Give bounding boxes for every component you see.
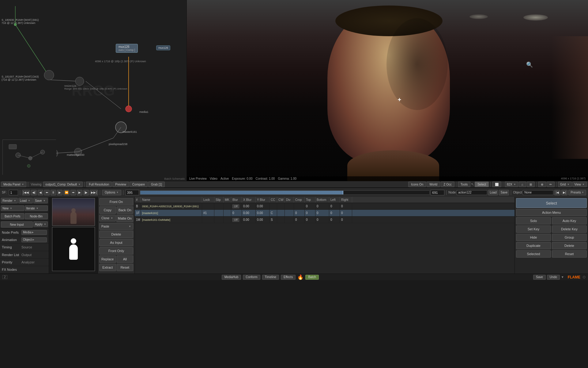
apply-dropdown[interactable]: Apply ▼ [33, 221, 48, 227]
tools-btn[interactable]: Tools [458, 182, 470, 187]
layer-row-1f[interactable]: 1F [masterk161] #1 0 0.00 0.00 C 0 0 0 0… [135, 210, 514, 217]
set-key-btn[interactable]: Set Key [516, 225, 551, 233]
step-fwd-btn[interactable]: ➡ [70, 190, 76, 195]
auto-key-btn[interactable]: Auto Key [552, 217, 587, 224]
select-btn[interactable]: Select [475, 182, 489, 187]
timeline-btn-status[interactable]: Timeline [262, 275, 279, 280]
delete-key-btn[interactable]: Delete Key [552, 225, 587, 233]
preview-btn[interactable]: Preview [112, 182, 129, 187]
frame-input[interactable] [125, 190, 139, 195]
grid-dropdown[interactable]: Grid ▼ [558, 182, 572, 187]
batch-btn-status[interactable]: Batch [305, 275, 319, 280]
play-btn[interactable]: ▶ [57, 190, 62, 195]
timing-row[interactable]: Timing Source [0, 244, 49, 251]
play-rev-btn[interactable]: ⏪ [63, 190, 70, 195]
thumbnail-top[interactable] [52, 198, 95, 226]
load-btn[interactable]: Load [488, 190, 498, 195]
viewing-dropdown[interactable]: output1_Comp: Default ▼ [43, 182, 83, 187]
animation-row[interactable]: Animation Object ▶ [0, 236, 49, 243]
front-on-btn[interactable]: Front On [99, 198, 133, 205]
object-value-input[interactable] [523, 190, 553, 195]
prev-frame-btn[interactable]: ◀| [31, 190, 37, 195]
media-dropdown[interactable]: Media ▶ [21, 230, 47, 235]
object-dropdown[interactable]: Object ▶ [21, 237, 47, 242]
clone-dropdown[interactable]: Clone ▼ [99, 215, 116, 221]
node-value-input[interactable] [457, 190, 487, 195]
node-graph[interactable]: RRCG S_180930_R1MH [MXF] (691) 716 @ 12 … [0, 0, 187, 181]
media-panel-dropdown[interactable]: Media Panel ▼ [1, 182, 26, 187]
grab-btn[interactable]: Grab [1] [148, 182, 165, 187]
timeline-track[interactable] [140, 190, 430, 195]
extract-btn[interactable]: Extract [99, 264, 116, 271]
next-btn[interactable]: ▶ [77, 190, 82, 195]
new-input-btn[interactable]: New Input [1, 221, 33, 228]
group-btn[interactable]: Group [552, 234, 587, 241]
matte-on-btn[interactable]: Matte On [116, 215, 133, 222]
undo-status-btn[interactable]: Undo [547, 275, 560, 280]
icons-on-btn[interactable]: Icons On [408, 182, 426, 187]
delete-btn[interactable]: Delete [99, 231, 133, 238]
effects-btn[interactable]: Effects [281, 275, 296, 280]
iterate-dropdown[interactable]: Iterate ▼ [25, 205, 48, 211]
view-dropdown[interactable]: View ▼ [572, 182, 587, 187]
hide-btn[interactable]: Hide [516, 234, 551, 241]
right-reset-btn[interactable]: Reset [552, 250, 587, 258]
fx-nodes-row[interactable]: FX Nodes [0, 266, 49, 274]
compare-btn[interactable]: Compare [130, 182, 148, 187]
node-prefs-row[interactable]: Node Prefs Media ▶ [0, 229, 49, 236]
pencil-btn[interactable]: ✏ [547, 182, 555, 187]
z-occ-btn[interactable]: Z Occ [441, 182, 454, 187]
fit-view-btn[interactable]: ⬜ [492, 182, 501, 187]
step-back-btn[interactable]: ⬅ [44, 190, 50, 195]
node-bin-btn[interactable]: Node-Bin [25, 213, 48, 219]
full-resolution-btn[interactable]: Full Resolution [86, 182, 112, 187]
select-large-btn[interactable]: Select [516, 198, 587, 208]
batch-prefs-btn[interactable]: Batch Prefs [1, 213, 24, 219]
selected-btn[interactable]: Selected [516, 250, 551, 258]
save-dropdown[interactable]: Save ▼ [33, 198, 48, 203]
replace-btn[interactable]: Replace [99, 255, 116, 263]
layer-row-1m[interactable]: 1M [masterk161-OutMatte] Off 0.00 0.00 S… [135, 217, 514, 223]
frame-end-input[interactable] [431, 190, 444, 195]
thumbnail-bottom[interactable] [52, 227, 95, 271]
conform-btn[interactable]: Conform [243, 275, 260, 280]
paste-dropdown[interactable]: Paste ▼ [99, 223, 133, 230]
presets-btn[interactable]: Presets ▼ [568, 190, 586, 195]
goto-end-btn[interactable]: ▶▶| [90, 190, 98, 195]
front-only-btn[interactable]: Front Only [99, 247, 133, 255]
layer-table-body[interactable]: B 0930_R1MH-A005C018_180930_R1MH (691) O… [135, 203, 514, 274]
goto-start-btn[interactable]: |◀◀ [22, 190, 30, 195]
back-on-btn[interactable]: Back On [117, 206, 134, 214]
zoom-fit-btn[interactable]: ⊞ [527, 182, 535, 187]
options-btn[interactable]: Options ▼ [102, 190, 121, 195]
pause-btn[interactable]: ⏸ [51, 190, 56, 195]
reset-btn[interactable]: Reset [117, 264, 134, 271]
save-btn[interactable]: Save [499, 190, 509, 195]
render-list-row[interactable]: Render List Output [0, 251, 49, 259]
save-status-btn[interactable]: Save [533, 275, 546, 280]
mux126-node[interactable]: mux126 [156, 45, 170, 50]
render-dropdown[interactable]: Render ▼ [1, 198, 18, 203]
sf-input[interactable] [9, 190, 18, 195]
copy-btn[interactable]: Copy [99, 206, 116, 214]
priority-row[interactable]: Priority Analyzer [0, 259, 49, 266]
right-delete-btn[interactable]: Delete [552, 242, 587, 249]
load-dropdown[interactable]: Load ▼ [18, 198, 33, 203]
media-hub-btn[interactable]: MediaHub [222, 275, 241, 280]
as-input-btn[interactable]: As Input [99, 239, 133, 246]
world-btn[interactable]: World [427, 182, 440, 187]
zoom-dropdown[interactable]: 82X ▼ [505, 182, 518, 187]
action-node[interactable]: mux126 out1 [ Comp ] [116, 44, 138, 53]
mini-preview[interactable] [2, 140, 56, 175]
extra-btn[interactable]: ⊕ [538, 182, 546, 187]
zoom-home-btn[interactable]: ⌂ [519, 182, 526, 187]
action-menu-btn[interactable]: Action Menu [516, 209, 587, 216]
all-btn[interactable]: All [117, 255, 134, 263]
prev-btn[interactable]: ◀ [38, 190, 43, 195]
obj-prev-btn[interactable]: |◀ [554, 190, 560, 195]
new-dropdown[interactable]: New ▼ [1, 205, 24, 211]
layer-row-b[interactable]: B 0930_R1MH-A005C018_180930_R1MH (691) O… [135, 203, 514, 210]
next-frame-btn[interactable]: |▶ [83, 190, 89, 195]
obj-next-btn[interactable]: ▶| [561, 190, 567, 195]
duplicate-btn[interactable]: Duplicate [516, 242, 551, 249]
